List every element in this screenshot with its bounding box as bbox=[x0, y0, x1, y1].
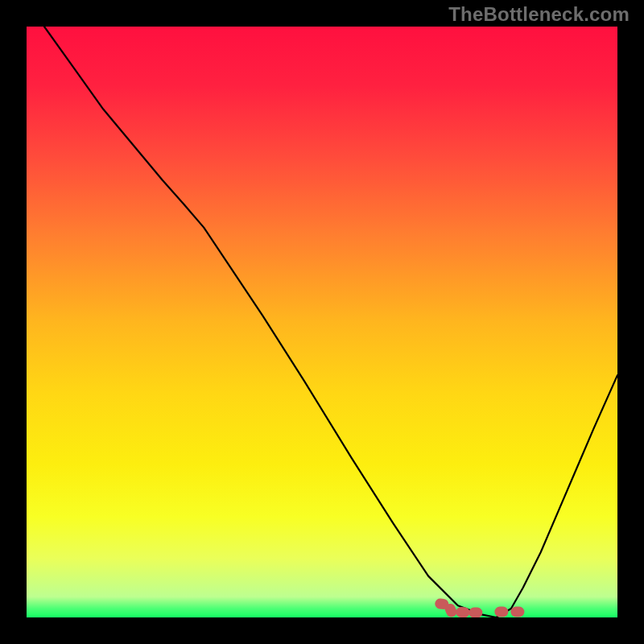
gradient-background bbox=[27, 27, 617, 617]
chart-frame: TheBottleneck.com bbox=[0, 0, 644, 644]
plot-svg bbox=[27, 27, 617, 617]
bottleneck-plot bbox=[27, 27, 617, 617]
watermark-text: TheBottleneck.com bbox=[448, 3, 630, 26]
